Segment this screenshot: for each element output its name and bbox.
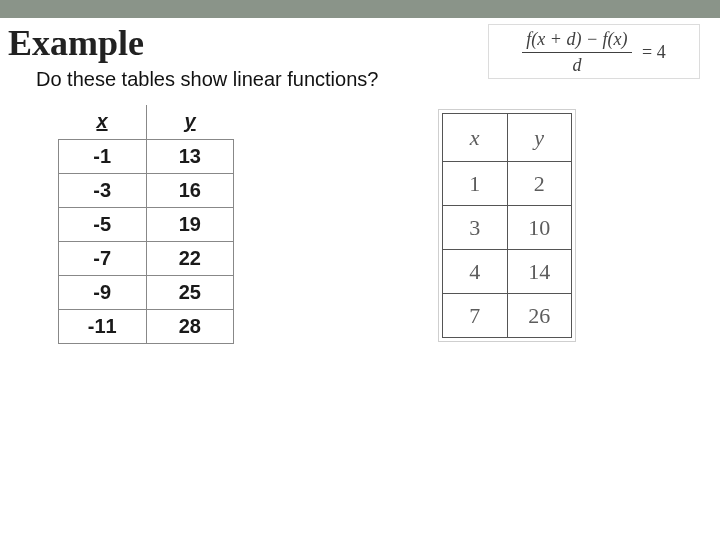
table-row: -11 28 [59,309,234,343]
table-header-x: x [59,105,147,139]
table-header-y: y [146,105,234,139]
cell-y: 25 [146,275,234,309]
cell-y: 28 [146,309,234,343]
table-2-container: x y 1 2 3 10 4 14 7 26 [438,109,576,342]
table-1-container: x y -1 13 -3 16 -5 19 -7 [58,105,238,344]
cell-y: 19 [146,207,234,241]
table-row: -9 25 [59,275,234,309]
table-row: x y [59,105,234,139]
cell-y: 16 [146,173,234,207]
slide-top-bar [0,0,720,18]
cell-x: -5 [59,207,147,241]
cell-x: 3 [443,206,508,250]
cell-x: 7 [443,294,508,338]
cell-y: 13 [146,139,234,173]
cell-x: 1 [443,162,508,206]
cell-x: -1 [59,139,147,173]
equation-denominator: d [522,53,631,76]
cell-y: 10 [507,206,572,250]
table-row: -1 13 [59,139,234,173]
cell-y: 2 [507,162,572,206]
table-2: x y 1 2 3 10 4 14 7 26 [442,113,572,338]
cell-y: 22 [146,241,234,275]
table-header-y: y [507,114,572,162]
cell-x: -7 [59,241,147,275]
table-row: x y [443,114,572,162]
table-row: 7 26 [443,294,572,338]
table-row: -7 22 [59,241,234,275]
cell-x: -11 [59,309,147,343]
equation-numerator: f(x + d) − f(x) [522,29,631,53]
cell-x: -3 [59,173,147,207]
cell-y: 14 [507,250,572,294]
table-1: x y -1 13 -3 16 -5 19 -7 [58,105,234,344]
cell-y: 26 [507,294,572,338]
cell-x: -9 [59,275,147,309]
table-row: 4 14 [443,250,572,294]
cell-x: 4 [443,250,508,294]
table-row: -3 16 [59,173,234,207]
table-row: 1 2 [443,162,572,206]
difference-quotient-equation: f(x + d) − f(x) d = 4 [488,24,700,79]
table-row: -5 19 [59,207,234,241]
table-header-x: x [443,114,508,162]
table-row: 3 10 [443,206,572,250]
equation-rhs: = 4 [642,42,666,63]
